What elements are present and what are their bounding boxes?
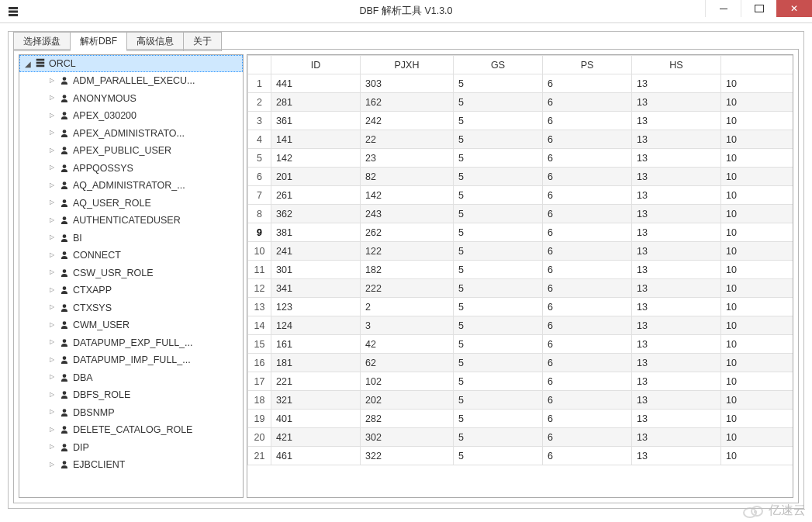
cell-gs[interactable]: 5: [454, 168, 543, 186]
expand-icon[interactable]: ▷: [47, 128, 56, 137]
cell-gs[interactable]: 5: [454, 447, 543, 465]
cell-ps[interactable]: 6: [543, 279, 632, 298]
cell-extra[interactable]: 10: [721, 205, 793, 223]
row-number[interactable]: 18: [248, 391, 271, 410]
cell-extra[interactable]: 10: [721, 391, 793, 410]
cell-hs[interactable]: 13: [632, 112, 721, 130]
cell-pjxh[interactable]: 23: [361, 149, 454, 168]
cell-id[interactable]: 401: [271, 410, 361, 428]
table-row[interactable]: 21461322561310: [248, 447, 793, 465]
cell-id[interactable]: 123: [271, 298, 361, 316]
tree-item[interactable]: ▷APEX_PUBLIC_USER: [19, 142, 243, 160]
cell-extra[interactable]: 10: [721, 186, 793, 205]
cell-hs[interactable]: 13: [632, 354, 721, 372]
expand-icon[interactable]: ▷: [47, 251, 56, 259]
column-header-id[interactable]: ID: [271, 56, 361, 74]
expand-icon[interactable]: ▷: [47, 163, 56, 171]
cell-ps[interactable]: 6: [543, 93, 632, 112]
cell-ps[interactable]: 6: [543, 74, 632, 93]
cell-gs[interactable]: 5: [454, 298, 543, 316]
cell-ps[interactable]: 6: [543, 149, 632, 168]
expand-icon[interactable]: ▷: [47, 233, 56, 241]
table-row[interactable]: 514223561310: [248, 149, 793, 168]
tree-item[interactable]: ▷CTXSYS: [19, 299, 243, 317]
cell-hs[interactable]: 13: [632, 335, 721, 354]
cell-gs[interactable]: 5: [454, 335, 543, 354]
cell-id[interactable]: 241: [271, 242, 361, 261]
expand-icon[interactable]: ▷: [47, 198, 56, 206]
tree-item[interactable]: ▷CTXAPP: [19, 282, 243, 299]
tree-root[interactable]: ◢ ORCL: [19, 55, 243, 72]
cell-pjxh[interactable]: 122: [361, 242, 454, 261]
cell-hs[interactable]: 13: [632, 298, 721, 316]
table-row[interactable]: 20421302561310: [248, 428, 793, 447]
cell-ps[interactable]: 6: [543, 354, 632, 372]
cell-gs[interactable]: 5: [454, 186, 543, 205]
cell-id[interactable]: 221: [271, 372, 361, 391]
expand-icon[interactable]: ▷: [47, 111, 56, 119]
cell-hs[interactable]: 13: [632, 372, 721, 391]
tree-item[interactable]: ▷AQ_ADMINISTRATOR_...: [19, 177, 243, 195]
cell-id[interactable]: 301: [271, 261, 361, 279]
cell-gs[interactable]: 5: [454, 372, 543, 391]
cell-id[interactable]: 141: [271, 130, 361, 149]
cell-id[interactable]: 261: [271, 186, 361, 205]
expand-icon[interactable]: ▷: [47, 320, 56, 329]
tree-item[interactable]: ▷CSW_USR_ROLE: [19, 264, 243, 282]
cell-hs[interactable]: 13: [632, 279, 721, 298]
expand-icon[interactable]: ▷: [47, 390, 56, 399]
cell-extra[interactable]: 10: [721, 74, 793, 93]
cell-hs[interactable]: 13: [632, 261, 721, 279]
expand-icon[interactable]: ▷: [47, 425, 56, 434]
row-number[interactable]: 20: [248, 428, 271, 447]
column-header-ps[interactable]: PS: [543, 56, 632, 74]
table-row[interactable]: 3361242561310: [248, 112, 793, 130]
cell-gs[interactable]: 5: [454, 93, 543, 112]
cell-gs[interactable]: 5: [454, 279, 543, 298]
cell-ps[interactable]: 6: [543, 261, 632, 279]
table-row[interactable]: 7261142561310: [248, 186, 793, 205]
row-number[interactable]: 19: [248, 410, 271, 428]
table-row[interactable]: 8362243561310: [248, 205, 793, 223]
row-number[interactable]: 4: [248, 130, 271, 149]
cell-pjxh[interactable]: 82: [361, 168, 454, 186]
tree-item[interactable]: ▷DBFS_ROLE: [19, 386, 243, 404]
maximize-button[interactable]: [741, 0, 776, 17]
cell-extra[interactable]: 10: [721, 279, 793, 298]
expand-icon[interactable]: ▷: [47, 216, 56, 224]
tree-item[interactable]: ▷AQ_USER_ROLE: [19, 195, 243, 213]
cell-extra[interactable]: 10: [721, 112, 793, 130]
cell-extra[interactable]: 10: [721, 93, 793, 112]
cell-id[interactable]: 181: [271, 354, 361, 372]
cell-pjxh[interactable]: 102: [361, 372, 454, 391]
cell-id[interactable]: 281: [271, 93, 361, 112]
cell-gs[interactable]: 5: [454, 410, 543, 428]
cell-id[interactable]: 362: [271, 205, 361, 223]
cell-hs[interactable]: 13: [632, 149, 721, 168]
cell-ps[interactable]: 6: [543, 335, 632, 354]
cell-extra[interactable]: 10: [721, 168, 793, 186]
row-number[interactable]: 6: [248, 168, 271, 186]
cell-pjxh[interactable]: 62: [361, 354, 454, 372]
table-row[interactable]: 1516142561310: [248, 335, 793, 354]
close-button[interactable]: [776, 0, 812, 17]
cell-hs[interactable]: 13: [632, 410, 721, 428]
cell-id[interactable]: 421: [271, 428, 361, 447]
row-number[interactable]: 11: [248, 261, 271, 279]
expand-icon[interactable]: ▷: [47, 460, 56, 468]
cell-ps[interactable]: 6: [543, 186, 632, 205]
cell-gs[interactable]: 5: [454, 130, 543, 149]
cell-pjxh[interactable]: 22: [361, 130, 454, 149]
cell-extra[interactable]: 10: [721, 298, 793, 316]
column-header-pjxh[interactable]: PJXH: [361, 56, 454, 74]
cell-extra[interactable]: 10: [721, 149, 793, 168]
cell-ps[interactable]: 6: [543, 410, 632, 428]
expand-icon[interactable]: ▷: [47, 407, 56, 416]
tree-item[interactable]: ▷CONNECT: [19, 247, 243, 264]
cell-ps[interactable]: 6: [543, 316, 632, 335]
cell-ps[interactable]: 6: [543, 205, 632, 223]
cell-id[interactable]: 341: [271, 279, 361, 298]
cell-pjxh[interactable]: 42: [361, 335, 454, 354]
cell-extra[interactable]: 10: [721, 242, 793, 261]
cell-hs[interactable]: 13: [632, 242, 721, 261]
